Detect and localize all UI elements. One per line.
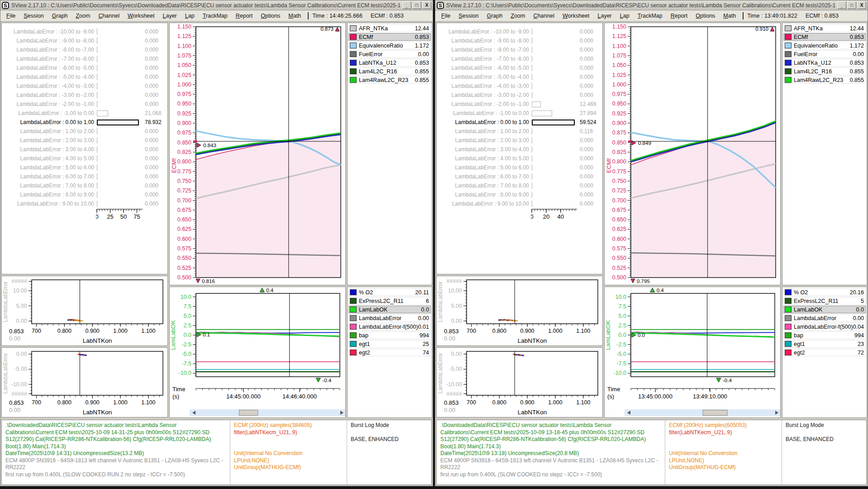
legend-row[interactable]: Lam4RawL2C_R23 0.855	[348, 76, 431, 84]
histogram-row[interactable]: LambdaLabError : 6.00 to 7.00 0.000	[437, 172, 602, 181]
histogram-row[interactable]: LambdaLabError : 2.00 to 3.00 0.000	[2, 136, 167, 145]
histogram-row[interactable]: LambdaLabError : 5.00 to 6.00 0.000	[437, 163, 602, 172]
legend-row[interactable]: EquivalenceRatio 1.172	[348, 42, 431, 49]
menu-item[interactable]: File	[437, 11, 454, 20]
menu-item[interactable]: Lap	[181, 11, 199, 20]
histogram-row[interactable]: LambdaLabError : -9.00 to -8.00 0.000	[2, 36, 167, 45]
histogram-row[interactable]: LambdaLabError : 9.00 to 10.00 0.000	[2, 199, 167, 208]
histogram-row[interactable]: LambdaLabError : -7.00 to -6.00 0.000	[437, 54, 602, 63]
menu-item[interactable]: Zoom	[506, 11, 529, 20]
legend-row[interactable]: egt2 74	[348, 349, 431, 356]
menu-item[interactable]: Channel	[94, 11, 124, 20]
legend-row[interactable]: FuelError 0.00	[783, 50, 866, 58]
menu-item[interactable]: Lap	[616, 11, 634, 20]
menu-item[interactable]: Session	[454, 11, 482, 20]
histogram-row[interactable]: LambdaLabError : -8.00 to -7.00 0.000	[2, 45, 167, 54]
histogram-row[interactable]: LambdaLabError : -2.00 to -1.00 12.466	[437, 100, 602, 109]
histogram-row[interactable]: LambdaLabError : -8.00 to -7.00 0.000	[437, 45, 602, 54]
minimize-button[interactable]: _	[402, 1, 411, 9]
close-button[interactable]: X	[857, 1, 866, 9]
legend-row[interactable]: ExPressL2C_R11 6	[348, 297, 431, 305]
legend-row[interactable]: LabNTKa_U12 0.853	[348, 59, 431, 67]
histogram-row[interactable]: LambdaLabError : 7.00 to 8.00 0.000	[2, 181, 167, 190]
legend-row[interactable]: bap 994	[783, 331, 866, 339]
legend-row[interactable]: LambdaLabError 0.00	[348, 314, 431, 322]
legend-row[interactable]: Lam4RawL2C_R23 0.855	[783, 76, 866, 84]
legend-row[interactable]: LabNTKa_U12 0.853	[783, 59, 866, 67]
titlebar[interactable]: S SView 2.17.10 : C:\Users\Public\Docume…	[0, 0, 433, 10]
menu-item[interactable]: Layer	[593, 11, 615, 20]
titlebar[interactable]: S SView 2.17.10 : C:\Users\Public\Docume…	[435, 0, 868, 10]
menu-item[interactable]: Layer	[158, 11, 181, 20]
histogram-row[interactable]: LambdaLabError : 3.00 to 4.00 0.000	[437, 145, 602, 154]
legend-row[interactable]: AFR_NTKa 12.44	[783, 24, 866, 32]
histogram-row[interactable]: LambdaLabError : -5.00 to -4.00 0.000	[2, 72, 167, 82]
histogram-row[interactable]: LambdaLabError : 0.00 to 1.00 78.932	[2, 118, 167, 127]
legend-row[interactable]: LambdaLabError-f(500) 0.01	[348, 323, 431, 331]
legend-row[interactable]: FuelError 0.00	[348, 50, 431, 58]
legend-row[interactable]: % O2 20.11	[348, 288, 431, 296]
histogram-row[interactable]: LambdaLabError : 4.00 to 5.00 0.000	[2, 154, 167, 163]
main-chart[interactable]: 0.5000.5250.5500.5750.6000.6250.6500.675…	[169, 23, 346, 285]
histogram-row[interactable]: LambdaLabError : 2.00 to 3.00 0.000	[437, 136, 602, 145]
histogram-row[interactable]: LambdaLabError : 8.00 to 9.00 0.000	[437, 190, 602, 199]
histogram-row[interactable]: LambdaLabError : -6.00 to -5.00 0.000	[2, 63, 167, 72]
legend-row[interactable]: egt1 23	[783, 340, 866, 348]
histogram-row[interactable]: LambdaLabError : -7.00 to -6.00 0.000	[2, 54, 167, 63]
lamlabok-chart[interactable]: -10.0-7.5-5.0-2.50.02.55.07.510.00.10.4-…	[169, 287, 346, 418]
histogram-row[interactable]: LambdaLabError : -3.00 to -2.00 0.000	[2, 91, 167, 100]
legend-row[interactable]: Lam4L2C_R16 0.855	[783, 67, 866, 75]
menu-item[interactable]: Options	[692, 11, 719, 20]
histogram-row[interactable]: LambdaLabError : 9.00 to 10.00 0.000	[437, 199, 602, 208]
histogram-row[interactable]: LambdaLabError : 7.00 to 8.00 0.000	[437, 181, 602, 190]
histogram-row[interactable]: LambdaLabError : -1.00 to 0.00 21.068	[2, 109, 167, 118]
legend-row[interactable]: AFR_NTKa 12.44	[348, 24, 431, 32]
scatter-chart-top[interactable]: #####10.005.000.007000.8000.9001.0001.10…	[436, 276, 603, 346]
maximize-button[interactable]: □	[412, 1, 421, 9]
histogram-row[interactable]: LambdaLabError : 8.00 to 9.00 0.000	[2, 190, 167, 199]
menu-item[interactable]: File	[2, 11, 19, 20]
menu-item[interactable]: TrackMap	[199, 11, 232, 20]
histogram-row[interactable]: LambdaLabError : -10.00 to -9.00 0.000	[437, 27, 602, 36]
histogram-row[interactable]: LambdaLabError : 4.00 to 5.00 0.000	[437, 154, 602, 163]
menu-item[interactable]: Options	[257, 11, 284, 20]
histogram-row[interactable]: LambdaLabError : -9.00 to -8.00 0.000	[437, 36, 602, 45]
lamlabok-chart[interactable]: -10.0-7.5-5.0-2.50.02.55.07.510.00.00.4-…	[604, 287, 781, 418]
legend-row[interactable]: bap 994	[348, 331, 431, 339]
legend-row[interactable]: egt1 25	[348, 340, 431, 348]
histogram-row[interactable]: LambdaLabError : 1.00 to 2.00 0.116	[437, 127, 602, 136]
legend-row[interactable]: ECMf 0.853	[783, 33, 866, 41]
scatter-chart-bottom[interactable]: 0.00-5.00-10.00#####7000.8000.9001.0001.…	[436, 347, 603, 417]
histogram-row[interactable]: LambdaLabError : -2.00 to -1.00 0.000	[2, 100, 167, 109]
histogram-row[interactable]: LambdaLabError : -3.00 to -2.00 0.000	[437, 91, 602, 100]
histogram-row[interactable]: LambdaLabError : 1.00 to 2.00 0.000	[2, 127, 167, 136]
legend-row[interactable]: LamLabOK 0.0	[783, 306, 866, 313]
menu-item[interactable]: Math	[719, 11, 740, 20]
legend-row[interactable]: LamLabOK 0.0	[348, 306, 431, 313]
main-chart[interactable]: 0.5000.5250.5500.5750.6000.6250.6500.675…	[604, 23, 781, 285]
histogram-row[interactable]: LambdaLabError : 5.00 to 6.00 0.000	[2, 163, 167, 172]
legend-row[interactable]: LambdaLabError-f(500) 0.04	[783, 323, 866, 331]
legend-row[interactable]: EquivalenceRatio 1.172	[783, 42, 866, 49]
legend-row[interactable]: ExPressL2C_R11 5	[783, 297, 866, 305]
maximize-button[interactable]: □	[847, 1, 856, 9]
legend-row[interactable]: Lam4L2C_R16 0.855	[348, 67, 431, 75]
histogram-row[interactable]: LambdaLabError : -6.00 to -5.00 0.000	[437, 63, 602, 72]
minimize-button[interactable]: _	[837, 1, 846, 9]
histogram-row[interactable]: LambdaLabError : 0.00 to 1.00 59.524	[437, 118, 602, 127]
scatter-chart-bottom[interactable]: 0.00-5.00-10.00#####7000.8000.9001.0001.…	[1, 347, 168, 417]
histogram-row[interactable]: LambdaLabError : -5.00 to -4.00 0.000	[437, 72, 602, 82]
legend-row[interactable]: egt2 72	[783, 349, 866, 356]
histogram-row[interactable]: LambdaLabError : -4.00 to -3.00 0.000	[437, 82, 602, 91]
histogram-row[interactable]: LambdaLabError : 6.00 to 7.00 0.000	[2, 172, 167, 181]
menu-item[interactable]: TrackMap	[634, 11, 667, 20]
menu-item[interactable]: Report	[232, 11, 257, 20]
menu-item[interactable]: Channel	[529, 11, 558, 20]
menu-item[interactable]: Zoom	[72, 11, 94, 20]
menu-item[interactable]: Session	[19, 11, 48, 20]
histogram-row[interactable]: LambdaLabError : -4.00 to -3.00 0.000	[2, 82, 167, 91]
histogram-row[interactable]: LambdaLabError : -1.00 to 0.00 27.894	[437, 109, 602, 118]
legend-row[interactable]: ECMf 0.853	[348, 33, 431, 41]
close-button[interactable]: X	[422, 1, 431, 9]
scatter-chart-top[interactable]: #####10.005.000.007000.8000.9001.0001.10…	[1, 276, 168, 346]
